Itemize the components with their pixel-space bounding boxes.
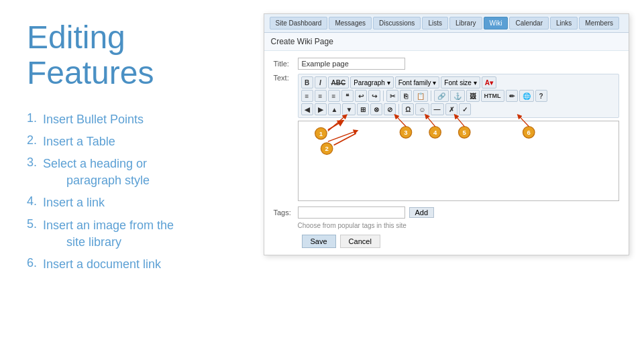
title-input[interactable] xyxy=(298,58,405,70)
cancel-button[interactable]: Cancel xyxy=(340,235,380,248)
paste-button[interactable]: 📋 xyxy=(413,90,428,102)
smiley-button[interactable]: ☺ xyxy=(415,103,429,115)
list-item: 5. Insert an image from the site library xyxy=(27,217,228,251)
italic-button[interactable]: I xyxy=(315,76,327,88)
delete-row-button[interactable]: ⊗ xyxy=(370,103,382,115)
insert-link-button[interactable]: 🔗 xyxy=(434,90,449,102)
nav-messages[interactable]: Messages xyxy=(329,17,372,29)
list-text: Insert a Table xyxy=(43,133,115,150)
nav-site-dashboard[interactable]: Site Dashboard xyxy=(270,17,328,29)
paragraph-dropdown[interactable]: Paragraph ▾ xyxy=(350,76,393,88)
indent-button[interactable]: ≡ xyxy=(328,90,340,102)
text-editor-area: B I ABC Paragraph ▾ Font family ▾ Font s… xyxy=(298,74,619,202)
help-button[interactable]: ? xyxy=(535,90,547,102)
tags-hint: Choose from popular tags in this site xyxy=(274,221,619,229)
web-button[interactable]: 🌐 xyxy=(519,90,534,102)
wiki-toolbar: B I ABC Paragraph ▾ Font family ▾ Font s… xyxy=(298,74,619,118)
list-item: 6. Insert a document link xyxy=(27,256,228,273)
font-color-button[interactable]: A▾ xyxy=(482,76,496,88)
move-up-button[interactable]: ▲ xyxy=(328,103,341,115)
redo-button[interactable]: ↪ xyxy=(368,90,380,102)
feature-list: 1. Insert Bullet Points 2. Insert a Tabl… xyxy=(27,111,228,274)
nav-calendar[interactable]: Calendar xyxy=(509,17,549,29)
image-button[interactable]: 🖼 xyxy=(466,90,480,102)
title-label: Title: xyxy=(274,60,294,68)
main-title: Editing Features xyxy=(27,20,228,91)
toolbar-separator-2 xyxy=(431,90,431,101)
wiki-page-title-bar: Create Wiki Page xyxy=(264,33,629,51)
right-panel: Site Dashboard Messages Discussions List… xyxy=(255,0,644,362)
font-family-dropdown[interactable]: Font family ▾ xyxy=(395,76,440,88)
list-text: Insert a link xyxy=(43,194,105,211)
page-break-button[interactable]: ✗ xyxy=(445,103,458,115)
list-text: Insert a document link xyxy=(43,256,161,273)
add-tag-button[interactable]: Add xyxy=(409,207,435,218)
edit-button[interactable]: ✏ xyxy=(506,90,518,102)
save-button[interactable]: Save xyxy=(302,235,336,248)
html-button[interactable]: HTML xyxy=(481,90,504,102)
nav-members[interactable]: Members xyxy=(579,17,619,29)
tags-input[interactable] xyxy=(298,206,405,219)
tags-row: Tags: Add xyxy=(274,206,619,219)
bold-button[interactable]: B xyxy=(301,76,313,88)
bullet-list-button[interactable]: ≡ xyxy=(301,90,313,102)
nav-library[interactable]: Library xyxy=(449,17,482,29)
copy-button[interactable]: ⎘ xyxy=(400,90,412,102)
numbered-list-button[interactable]: ≡ xyxy=(315,90,327,102)
move-down-button[interactable]: ▼ xyxy=(342,103,356,115)
toolbar-row-3: ◀ ▶ ▲ ▼ ⊞ ⊗ ⊘ Ω ☺ — ✗ xyxy=(301,103,616,115)
title-row: Title: xyxy=(274,58,619,70)
list-item: 4. Insert a link xyxy=(27,194,228,211)
list-num: 4. xyxy=(27,194,43,208)
merge-button[interactable]: ⊘ xyxy=(384,103,396,115)
list-num: 3. xyxy=(27,156,43,170)
list-item: 3. Select a heading or paragraph style xyxy=(27,156,228,189)
toolbar-separator-3 xyxy=(398,104,399,115)
list-text: Insert Bullet Points xyxy=(43,111,144,128)
insert-table-button[interactable]: ⊞ xyxy=(357,103,369,115)
slide: Editing Features 1. Insert Bullet Points… xyxy=(0,0,644,362)
undo-button[interactable]: ↩ xyxy=(355,90,367,102)
wiki-screenshot: Site Dashboard Messages Discussions List… xyxy=(264,13,629,255)
font-size-dropdown[interactable]: Font size ▾ xyxy=(441,76,480,88)
wiki-actions: Save Cancel xyxy=(274,235,619,248)
toolbar-row-2: ≡ ≡ ≡ ❝ ↩ ↪ ✂ ⎘ 📋 🔗 xyxy=(301,90,616,102)
nav-lists[interactable]: Lists xyxy=(422,17,448,29)
blockquote-button[interactable]: ❝ xyxy=(341,90,354,102)
wiki-form: Title: Text: B I ABC xyxy=(264,51,629,255)
align-right-button[interactable]: ▶ xyxy=(315,103,327,115)
cut-button[interactable]: ✂ xyxy=(386,90,398,102)
nav-links[interactable]: Links xyxy=(550,17,578,29)
list-num: 1. xyxy=(27,111,43,125)
list-item: 1. Insert Bullet Points xyxy=(27,111,228,128)
text-row: Text: B I ABC Paragraph ▾ Font family ▾ xyxy=(274,74,619,202)
wiki-tags: Tags: Add Choose from popular tags in th… xyxy=(274,206,619,229)
wiki-textarea[interactable] xyxy=(298,121,619,201)
nav-discussions[interactable]: Discussions xyxy=(373,17,421,29)
nav-wiki[interactable]: Wiki xyxy=(484,17,508,29)
list-num: 5. xyxy=(27,217,43,231)
text-label: Text: xyxy=(274,74,294,82)
left-panel: Editing Features 1. Insert Bullet Points… xyxy=(0,0,255,362)
list-text: Insert an image from the site library xyxy=(43,217,174,251)
strikethrough-button[interactable]: ABC xyxy=(328,76,350,88)
special-char-button[interactable]: Ω xyxy=(402,103,414,115)
toolbar-row-1: B I ABC Paragraph ▾ Font family ▾ Font s… xyxy=(301,76,616,88)
check-button[interactable]: ✓ xyxy=(459,103,471,115)
list-num: 2. xyxy=(27,133,43,147)
align-left-button[interactable]: ◀ xyxy=(301,103,313,115)
wiki-nav: Site Dashboard Messages Discussions List… xyxy=(264,14,629,33)
list-item: 2. Insert a Table xyxy=(27,133,228,150)
list-num: 6. xyxy=(27,256,43,270)
hr-button[interactable]: — xyxy=(431,103,444,115)
toolbar-separator-1 xyxy=(383,90,384,101)
list-text: Select a heading or paragraph style xyxy=(43,156,150,189)
tags-label: Tags: xyxy=(274,208,294,217)
anchor-button[interactable]: ⚓ xyxy=(450,90,465,102)
